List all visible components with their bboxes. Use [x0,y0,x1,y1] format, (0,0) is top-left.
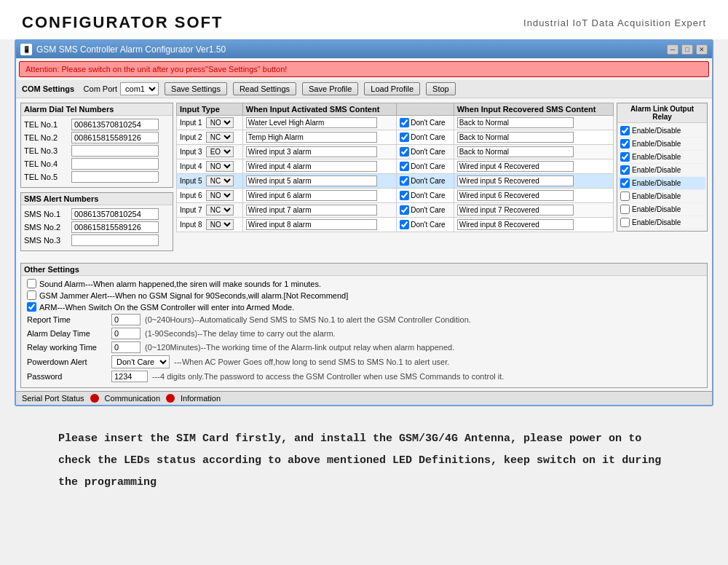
alarm-tel-section: Alarm Dial Tel Numbers TEL No.1 TEL No.2… [20,103,173,188]
relay-checkbox[interactable] [620,165,630,175]
relay-checkbox[interactable] [620,191,630,201]
relay-checkbox[interactable] [620,126,630,135]
sms-label: SMS No.2 [24,223,71,232]
recovered-input[interactable] [457,132,574,143]
main-content: Alarm Dial Tel Numbers TEL No.1 TEL No.2… [16,98,712,260]
dont-care-checkbox[interactable] [400,220,409,229]
sms-input[interactable] [71,221,159,233]
sms-content-input[interactable] [246,132,377,143]
setting-input[interactable] [111,328,141,339]
com-toolbar: COM Settings Com Port com1 Save Settings… [16,80,712,98]
sms-label: SMS No.3 [24,236,71,245]
dont-care-checkbox[interactable] [400,133,409,142]
sms-numbers-body: SMS No.1 SMS No.2 SMS No.3 [21,205,173,250]
sms-content-input[interactable] [246,146,377,157]
tel-row: TEL No.5 [24,171,170,183]
recovered-input[interactable] [457,175,574,186]
input-type-cell: Input 8 NONCEOLCO [177,218,243,232]
maximize-button[interactable]: □ [681,44,693,55]
recovered-cell [454,159,613,174]
sms-content-input[interactable] [246,161,377,172]
sms-row: SMS No.1 [24,208,170,220]
input-type-select[interactable]: NONCEOLCO [206,175,234,186]
sms-content-cell [242,203,396,218]
save-profile-button[interactable]: Save Profile [302,82,358,95]
relay-checkbox[interactable] [620,205,630,214]
relay-checkbox[interactable] [620,218,630,227]
stop-button[interactable]: Stop [426,82,456,95]
relay-checkbox[interactable] [620,139,630,149]
sms-input[interactable] [71,234,159,246]
recovered-input[interactable] [457,117,574,128]
sms-content-input[interactable] [246,205,377,216]
sms-content-input[interactable] [246,190,377,201]
check-checkbox[interactable] [27,302,36,312]
input-type-select[interactable]: NONCEOLCO [206,205,234,216]
dont-care-checkbox[interactable] [400,176,409,186]
recovered-input[interactable] [457,219,574,230]
dont-care-checkbox[interactable] [400,191,409,200]
tel-input[interactable] [71,119,159,130]
password-input[interactable] [111,371,148,382]
check-checkbox[interactable] [27,279,36,288]
relay-checkbox[interactable] [620,178,630,188]
input-label: Input 7 [180,206,202,214]
setting-input[interactable] [111,341,141,353]
check-checkbox[interactable] [27,291,36,300]
save-settings-button[interactable]: Save Settings [165,82,227,95]
relay-label: Enable/Disable [632,140,681,148]
relay-label: Enable/Disable [632,153,681,161]
input-type-select[interactable]: NONCEOLCO [206,146,234,157]
close-button[interactable]: ✕ [696,44,708,55]
minimize-button[interactable]: ─ [667,44,678,55]
check-row: ARM---When Switch On the GSM Controller … [27,302,701,312]
powerdown-select[interactable]: Don't Care1Hour2Hours [111,355,170,368]
sms-content-input[interactable] [246,117,377,128]
input-type-select[interactable]: NONCEOLCO [206,117,234,128]
com-port-select[interactable]: com1 [120,82,159,95]
input-type-select[interactable]: NONCEOLCO [206,132,234,143]
input-type-select[interactable]: NONCEOLCO [206,219,234,230]
relay-checkbox[interactable] [620,152,630,162]
com-settings-label: COM Settings [22,84,74,93]
input-type-select[interactable]: NONCEOLCO [206,161,234,172]
dont-care-checkbox[interactable] [400,118,409,127]
tel-input[interactable] [71,158,159,170]
tel-input[interactable] [71,132,159,143]
tel-input[interactable] [71,171,159,183]
recovered-input[interactable] [457,190,574,201]
relay-row: Enable/Disable [619,203,705,216]
sms-content-input[interactable] [246,219,377,230]
input-type-select[interactable]: NONCEOLCO [206,190,234,201]
tel-input[interactable] [71,145,159,157]
dont-care-cell: Don't Care [397,218,454,232]
setting-desc: (1-90Seconds)--The delay time to carry o… [145,329,336,338]
read-settings-button[interactable]: Read Settings [233,82,296,95]
center-panel: Input Type When Input Activated SMS Cont… [176,103,614,256]
recovered-input[interactable] [457,161,574,172]
dont-care-cell: Don't Care [397,159,454,174]
dont-care-cell: Don't Care [397,130,454,145]
sms-row: SMS No.2 [24,221,170,233]
dont-care-checkbox[interactable] [400,147,409,157]
recovered-input[interactable] [457,205,574,216]
sms-input[interactable] [71,208,159,220]
sms-content-input[interactable] [246,175,377,186]
alarm-link-body: Enable/Disable Enable/Disable Enable/Dis… [617,123,707,231]
dont-care-checkbox[interactable] [400,162,409,171]
setting-input[interactable] [111,314,141,325]
input-type-cell: Input 7 NONCEOLCO [177,203,243,218]
relay-row: Enable/Disable [619,190,705,203]
relay-row: Enable/Disable [619,164,705,177]
relay-label: Enable/Disable [632,166,681,174]
sms-numbers-title: SMS Alert Numbers [21,193,173,205]
check-label: Sound Alarm---When alarm happened,the si… [39,280,321,288]
tel-row: TEL No.4 [24,158,170,170]
dont-care-cell: Don't Care [397,174,454,189]
recovered-input[interactable] [457,146,574,157]
sms-content-cell [242,159,396,174]
other-settings-body: Sound Alarm---When alarm happened,the si… [21,276,707,387]
dont-care-checkbox[interactable] [400,205,409,215]
load-profile-button[interactable]: Load Profile [364,82,420,95]
input-type-cell: Input 1 NONCEOLCO [177,116,243,130]
